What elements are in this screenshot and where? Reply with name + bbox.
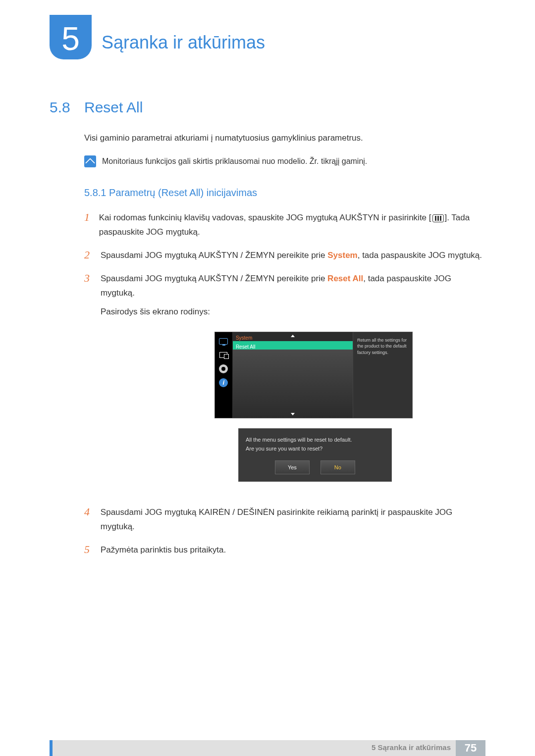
step-4: 4 Spausdami JOG mygtuką KAIRĖN / DEŠINĖN…	[84, 505, 485, 534]
intro-text: Visi gaminio parametrai atkuriami į numa…	[84, 133, 485, 143]
step-2: 2 Spausdami JOG mygtuką AUKŠTYN / ŽEMYN …	[84, 249, 485, 263]
pip-icon	[218, 350, 229, 360]
osd-title: System	[233, 332, 353, 344]
osd-illustration: i System Reset All Return all the settin…	[214, 332, 413, 482]
steps-list: 1 Kai rodomas funkcinių klavišų vadovas,…	[84, 211, 485, 557]
page-number: 75	[456, 740, 485, 756]
menu-icon	[432, 214, 444, 222]
monitor-icon	[218, 336, 229, 346]
highlight-resetall: Reset All	[327, 274, 363, 283]
info-icon: i	[218, 378, 229, 388]
step-3: 3 Spausdami JOG mygtuką AUKŠTYN / ŽEMYN …	[84, 272, 485, 497]
chapter-number-badge: 5	[50, 15, 92, 59]
subsection-title: 5.8.1 Parametrų (Reset All) inicijavimas	[84, 187, 485, 199]
footer-chapter-label: 5 Sąranka ir atkūrimas	[53, 740, 456, 752]
step-number: 4	[84, 505, 93, 518]
note-icon	[84, 155, 96, 167]
section-number: 5.8	[50, 99, 84, 116]
gear-icon	[218, 364, 229, 374]
step-number: 1	[84, 211, 92, 224]
dialog-text: All the menu settings will be reset to d…	[246, 436, 384, 453]
text-fragment: Kai rodomas funkcinių klavišų vadovas, s…	[99, 213, 431, 222]
osd-menu: i System Reset All Return all the settin…	[214, 332, 413, 418]
arrow-down-icon	[291, 413, 295, 415]
step-number: 5	[84, 543, 93, 556]
section-title: Reset All	[84, 99, 143, 116]
text-line: All the menu settings will be reset to d…	[246, 436, 384, 445]
page-footer: 5 Sąranka ir atkūrimas 75	[0, 740, 535, 756]
no-button: No	[321, 460, 355, 475]
text-line: Are you sure you want to reset?	[246, 445, 384, 454]
osd-sidebar: i	[215, 332, 233, 418]
osd-main: System Reset All	[233, 332, 353, 418]
chapter-title: Sąranka ir atkūrimas	[102, 15, 265, 53]
step-text: Spausdami JOG mygtuką AUKŠTYN / ŽEMYN pe…	[101, 272, 485, 497]
step-text: Pažymėta parinktis bus pritaikyta.	[101, 543, 226, 557]
text-fragment: Pasirodys šis ekrano rodinys:	[101, 307, 210, 316]
step-text: Spausdami JOG mygtuką AUKŠTYN / ŽEMYN pe…	[101, 249, 482, 263]
step-1: 1 Kai rodomas funkcinių klavišų vadovas,…	[84, 211, 485, 240]
step-text: Spausdami JOG mygtuką KAIRĖN / DEŠINĖN p…	[101, 505, 485, 534]
text-fragment: Spausdami JOG mygtuką AUKŠTYN / ŽEMYN pe…	[101, 274, 327, 283]
yes-button: Yes	[275, 460, 310, 475]
osd-description: Return all the settings for the product …	[353, 332, 412, 418]
step-text: Kai rodomas funkcinių klavišų vadovas, s…	[99, 211, 485, 240]
note-row: Monitoriaus funkcijos gali skirtis prikl…	[84, 155, 485, 167]
note-text: Monitoriaus funkcijos gali skirtis prikl…	[102, 155, 367, 166]
arrow-up-icon	[291, 335, 295, 337]
step-number: 2	[84, 249, 93, 261]
chapter-header: 5 Sąranka ir atkūrimas	[50, 15, 485, 59]
highlight-system: System	[327, 251, 357, 260]
text-fragment: , tada paspauskite JOG mygtuką.	[358, 251, 482, 260]
section-header: 5.8 Reset All	[50, 99, 485, 116]
osd-confirm-dialog: All the menu settings will be reset to d…	[238, 428, 392, 482]
step-number: 3	[84, 272, 93, 285]
text-fragment: Spausdami JOG mygtuką AUKŠTYN / ŽEMYN pe…	[101, 251, 327, 260]
step-5: 5 Pažymėta parinktis bus pritaikyta.	[84, 543, 485, 557]
